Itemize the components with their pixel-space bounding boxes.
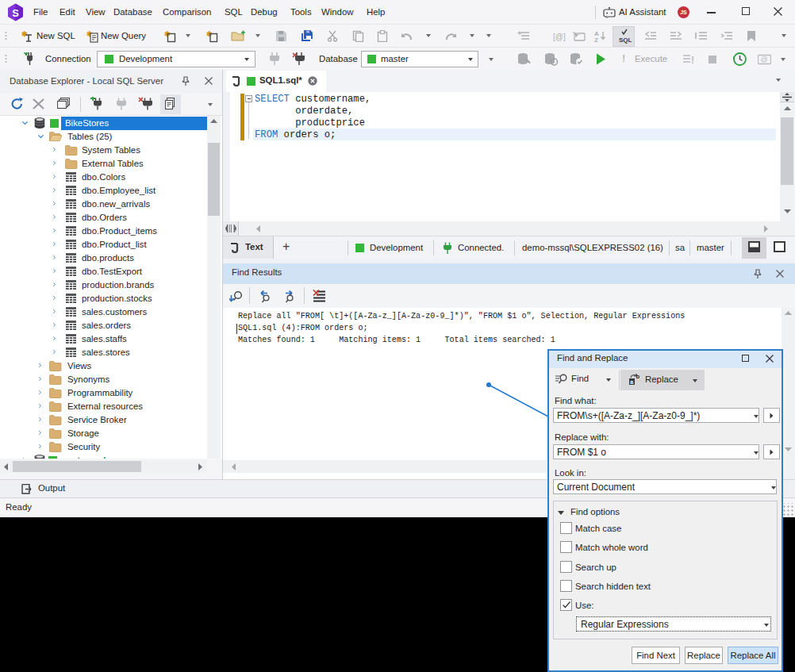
svg-text:[@]: [@]: [553, 33, 566, 41]
svg-text:S: S: [12, 7, 19, 19]
svg-text:@: @: [761, 56, 768, 63]
svg-text:SQL: SQL: [619, 36, 632, 44]
svg-text:✱: ✱: [21, 30, 28, 38]
svg-text:!: !: [691, 55, 694, 64]
svg-text:a: a: [630, 379, 633, 385]
svg-text:Z: Z: [594, 36, 598, 42]
svg-text:b: b: [636, 374, 640, 380]
